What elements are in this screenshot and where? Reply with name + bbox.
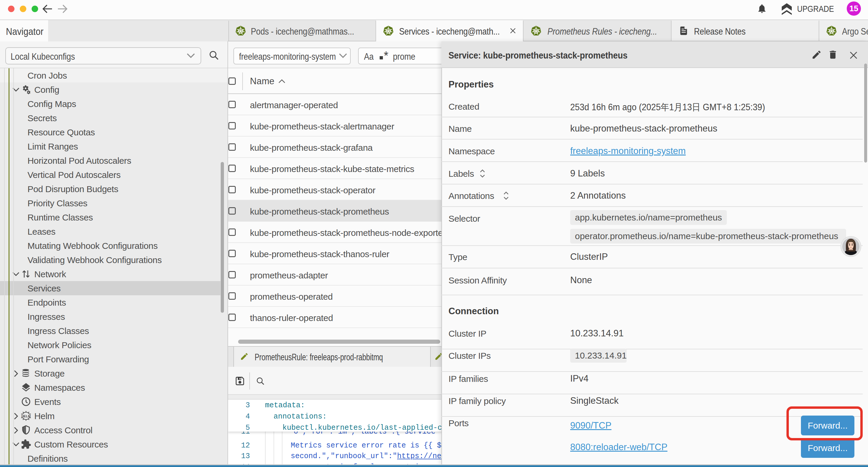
svg-text:HELM: HELM [21,414,30,418]
